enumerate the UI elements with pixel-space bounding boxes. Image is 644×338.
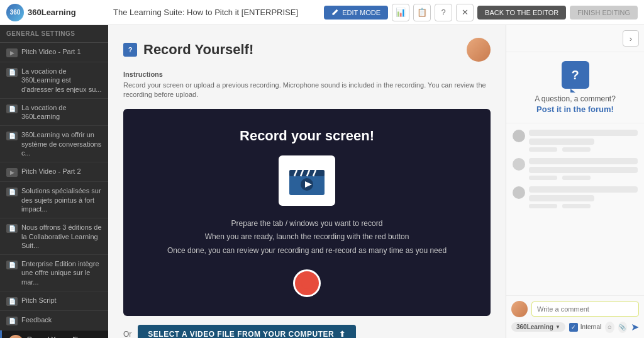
select-video-button[interactable]: SELECT A VIDEO FILE FROM YOUR COMPUTER ⬆: [138, 325, 355, 338]
send-button[interactable]: ➤: [631, 321, 639, 333]
comment-bar: [529, 130, 638, 136]
emoji-icon[interactable]: ☺: [605, 322, 614, 333]
sidebar-avatar: [8, 335, 23, 338]
comment-bar: [529, 158, 638, 164]
record-line-2: When you are ready, launch the recording…: [167, 230, 447, 244]
record-instructions: Prepare the tab / windows you want to re…: [167, 217, 447, 258]
instructions-label: Instructions: [123, 70, 491, 78]
input-avatar: [511, 301, 528, 317]
comment-avatar: [513, 158, 525, 171]
record-box-title: Record your screen!: [240, 128, 374, 144]
sidebar-item-solutions[interactable]: 📄 Solutions spécialisées sur des sujets …: [0, 182, 108, 218]
comment-item: [513, 158, 638, 180]
comment-meta-bar: [529, 176, 557, 180]
sidebar-item-label: 360Learning va offrir un système de conv…: [21, 130, 102, 157]
content-area: ? Record Yourself! Instructions Record y…: [108, 25, 506, 338]
comment-input[interactable]: [531, 301, 639, 317]
comment-meta-bar: [562, 204, 591, 208]
sidebar-item-label: Pitch Video - Part 1: [21, 47, 81, 56]
internal-checkbox[interactable]: ✓ Internal: [569, 323, 601, 332]
top-actions: EDIT MODE 📊 📋 ? ✕ BACK TO THE EDITOR FIN…: [324, 4, 638, 21]
doc-icon: 📄: [6, 297, 18, 306]
comment-meta: [529, 204, 638, 208]
comment-meta-bar: [529, 147, 557, 152]
record-line-1: Prepare the tab / windows you want to re…: [167, 217, 447, 231]
top-bar: 360 360Learning The Learning Suite: How …: [0, 0, 644, 25]
brand-badge[interactable]: 360Learning ▼: [511, 322, 565, 332]
comment-content: [529, 186, 638, 208]
checkmark-icon: ✓: [569, 323, 578, 332]
record-box: Record your screen!: [123, 109, 491, 316]
edit-mode-button[interactable]: EDIT MODE: [324, 6, 388, 20]
or-row: Or SELECT A VIDEO FILE FROM YOUR COMPUTE…: [123, 325, 491, 338]
comment-list: [506, 123, 644, 215]
sidebar-item-label: Record Yourself!: [27, 335, 78, 338]
comment-meta-bar: [529, 204, 557, 208]
sidebar-item-record-yourself[interactable]: Record Yourself!: [0, 330, 108, 338]
sidebar-item-pitch-video-2[interactable]: ▶ Pitch Video - Part 2: [0, 162, 108, 182]
help-icon-button[interactable]: ?: [435, 4, 452, 21]
comment-item: [513, 186, 638, 208]
sidebar-item-label: Solutions spécialisées sur des sujets po…: [21, 186, 102, 213]
comment-content: [529, 158, 638, 180]
main-layout: GENERAL SETTINGS ▶ Pitch Video - Part 1 …: [0, 25, 644, 338]
forum-box: ? A question, a comment? Post it in the …: [506, 52, 644, 123]
attachment-icon[interactable]: 📎: [618, 322, 627, 333]
sidebar-item-la-vocation-2[interactable]: 📄 La vocation de 360Learning: [0, 99, 108, 127]
doc-icon: 📄: [6, 68, 18, 77]
doc-icon: 📄: [6, 104, 18, 113]
sidebar-item-feedback[interactable]: 📄 Feedback: [0, 311, 108, 330]
instructions-text: Record your screen or upload a previous …: [123, 81, 491, 100]
comment-item: [513, 130, 638, 152]
sidebar-item-la-vocation-1[interactable]: 📄 La vocation de 360Learning est d'adres…: [0, 62, 108, 99]
record-button[interactable]: [293, 269, 321, 297]
sidebar-item-enterprise[interactable]: 📄 Enterprise Edition intègre une offre u…: [0, 255, 108, 291]
forum-link[interactable]: Post it in the forum!: [516, 104, 634, 114]
content-header: ? Record Yourself!: [123, 38, 491, 62]
doc-icon: 📄: [6, 261, 18, 269]
upload-icon: ⬆: [339, 330, 346, 338]
dropdown-arrow-icon: ▼: [555, 324, 560, 330]
logo-text: 360Learning: [28, 8, 76, 17]
close-icon-button[interactable]: ✕: [456, 4, 474, 21]
sidebar-item-label: Pitch Script: [21, 296, 57, 305]
comment-bar: [529, 186, 638, 193]
page-title: Record Yourself!: [143, 42, 253, 58]
input-row: [511, 301, 639, 317]
forum-icon: ?: [562, 61, 589, 89]
video-icon-box: [279, 155, 335, 206]
back-to-editor-button[interactable]: BACK TO THE EDITOR: [477, 6, 566, 20]
sidebar-item-conversations[interactable]: 📄 360Learning va offrir un système de co…: [0, 126, 108, 162]
clapperboard-icon: [287, 164, 327, 198]
input-toolbar: 360Learning ▼ ✓ Internal ☺ 📎 ➤: [511, 321, 639, 333]
comment-meta-bar: [562, 176, 591, 180]
sidebar-item-offrons[interactable]: 📄 Nous offrons 3 éditions de la Collabor…: [0, 218, 108, 255]
right-panel-toggle: ›: [506, 25, 644, 52]
comment-meta: [529, 147, 638, 152]
record-button-inner: [301, 278, 313, 289]
stats-icon-button[interactable]: 📊: [392, 4, 409, 21]
sidebar-item-label: Nous offrons 3 éditions de la Collaborat…: [21, 223, 102, 250]
comment-avatar: [513, 186, 525, 199]
comment-meta: [529, 176, 638, 180]
content-title-row: ? Record Yourself!: [123, 42, 253, 58]
title-icon: ?: [123, 43, 137, 57]
comment-meta-bar: [562, 147, 591, 152]
forum-text: A question, a comment?: [516, 94, 634, 104]
sidebar-item-pitch-video-1[interactable]: ▶ Pitch Video - Part 1: [0, 43, 108, 62]
comment-bar-short: [529, 138, 594, 145]
sidebar-item-pitch-script[interactable]: 📄 Pitch Script: [0, 291, 108, 311]
doc-icon: 📄: [6, 317, 18, 325]
doc-icon: 📄: [6, 188, 18, 196]
finish-editing-button[interactable]: FINISH EDITING: [570, 6, 638, 20]
sidebar-item-label: Pitch Video - Part 2: [21, 167, 81, 176]
right-panel: › ? A question, a comment? Post it in th…: [506, 25, 644, 338]
sidebar-header: GENERAL SETTINGS: [0, 25, 108, 43]
right-panel-input-area: 360Learning ▼ ✓ Internal ☺ 📎 ➤: [506, 295, 644, 338]
copy-icon-button[interactable]: 📋: [413, 4, 431, 21]
comment-content: [529, 130, 638, 152]
video-icon: ▶: [6, 48, 18, 57]
logo: 360 360Learning: [6, 4, 107, 21]
collapse-panel-button[interactable]: ›: [623, 30, 639, 47]
page-title: The Learning Suite: How to Pitch it [ENT…: [113, 8, 318, 17]
